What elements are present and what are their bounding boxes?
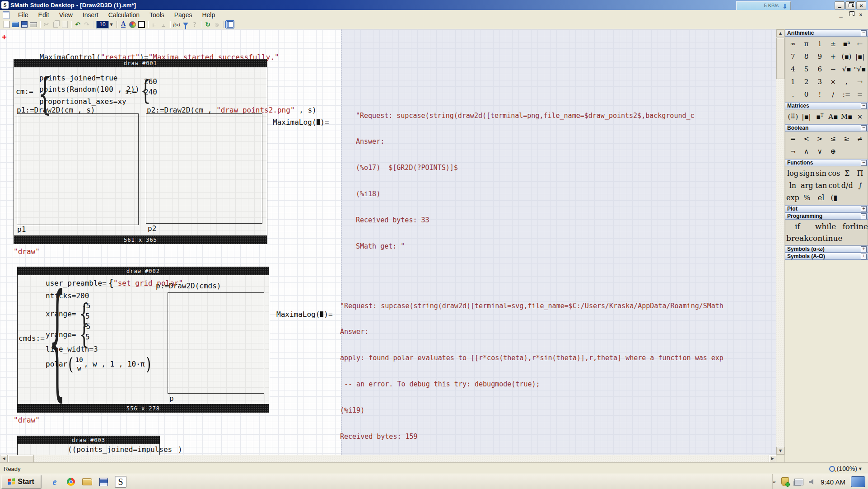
boolean-button[interactable]: ≤ [826,132,840,145]
menu-item[interactable]: File [13,10,33,20]
font-color-button[interactable]: A [119,20,128,28]
show-desktop-icon[interactable] [851,476,865,487]
arithmetic-button[interactable]: − [826,63,840,75]
boolean-button[interactable]: < [800,132,813,145]
matrices-button[interactable]: ⨯ [853,110,867,123]
start-button[interactable]: Start [1,475,42,489]
save-button[interactable] [20,20,29,28]
arithmetic-button[interactable]: = [853,88,867,101]
region-size-bar[interactable]: 561 x 365 [14,235,267,244]
print-button[interactable] [29,20,38,28]
filter-button[interactable] [181,20,190,28]
document-icon[interactable] [3,11,9,19]
matrices-button[interactable]: |▪| [800,110,813,123]
arithmetic-button[interactable]: ! [813,88,826,101]
zoom-control[interactable]: (100%) ▼ [829,463,862,474]
draw-region-001[interactable]: draw #001 cm:= { points_joined=true poin… [14,59,267,244]
arithmetic-button[interactable]: ▪ⁿ [840,38,854,50]
restore-button[interactable] [845,1,855,9]
functions-button[interactable]: sin [815,167,828,179]
menu-item[interactable]: Help [197,10,220,20]
align-vertical-button[interactable]: ⫠ [159,20,168,28]
programming-button[interactable]: continue [809,232,843,244]
chrome-icon[interactable] [66,477,76,487]
boolean-button[interactable]: ∨ [813,145,826,158]
arithmetic-button[interactable]: 7 [786,50,800,63]
boolean-button[interactable]: ¬ [786,145,800,158]
functions-button[interactable]: d/d [840,179,854,192]
arithmetic-button[interactable]: ∞ [786,38,800,50]
panel-header-functions[interactable]: Functions − [785,159,868,166]
menu-item[interactable]: Edit [33,10,54,20]
mdi-close-button[interactable]: × [857,11,864,18]
arithmetic-button[interactable]: 2 [800,75,813,88]
matrices-button[interactable]: (⠿) [786,110,800,123]
functions-button[interactable]: log [786,167,799,179]
menu-item[interactable]: Tools [145,10,169,20]
scroll-right-button[interactable]: ▶ [769,455,776,463]
plot-box-p[interactable] [168,292,264,394]
arithmetic-button[interactable]: π [800,38,813,50]
menu-item[interactable]: Pages [169,10,197,20]
boolean-button[interactable]: = [786,132,800,145]
functions-button[interactable]: Π [854,167,867,179]
paste-button[interactable] [60,20,69,28]
copy-button[interactable] [51,20,60,28]
maxima-log-1-label[interactable]: MaximaLog()= [273,118,329,127]
panel-header-plot[interactable]: Plot + [785,205,868,212]
panel-header-symbols-lower[interactable]: Symbols (α-ω) + [785,245,868,253]
expand-icon[interactable]: + [861,254,867,259]
expand-icon[interactable]: + [861,206,867,212]
region-title-bar[interactable]: draw #001 [14,59,267,67]
boolean-button[interactable]: ⊕ [826,145,840,158]
arithmetic-button[interactable]: ± [826,38,840,50]
programming-button[interactable]: break [786,232,809,244]
scroll-down-button[interactable]: ▼ [776,447,784,455]
boolean-button[interactable]: ≠ [853,132,867,145]
panel-header-boolean[interactable]: Boolean − [785,124,868,132]
undo-button[interactable]: ↶ [73,20,82,28]
font-size-value[interactable]: 10 [96,21,109,28]
maxima-log-2-label[interactable]: MaximaLog()= [276,310,333,319]
vertical-scrollbar[interactable]: ▲ ▼ [776,29,784,455]
functions-button[interactable]: sign [799,167,815,179]
programming-button[interactable]: if [786,221,809,232]
functions-button[interactable]: (▮ [828,192,841,204]
draw3-partial-expression[interactable]: ((points_joined=impulses [68,445,172,454]
functions-button[interactable]: tan [815,179,828,192]
help-reference-button[interactable]: ? [190,20,199,28]
function-button[interactable]: f(x) [172,20,181,28]
programming-button[interactable]: for [842,221,854,232]
side-panel-toggle-button[interactable] [225,20,234,28]
arithmetic-button[interactable]: 3 [813,75,826,88]
matrices-button[interactable]: ▪ᵀ [813,110,826,123]
font-size-control[interactable]: 10 ▼ [96,21,114,28]
p-expression[interactable]: p:=Draw2D(cmds) [156,282,221,290]
cut-button[interactable]: ✂ [42,20,51,28]
collapse-icon[interactable]: − [861,213,867,219]
scroll-up-button[interactable]: ▲ [776,29,784,37]
worksheet-canvas[interactable]: + MaximaControl("restart")="Maxima start… [0,29,776,455]
zoom-dropdown-icon[interactable]: ▼ [859,467,862,471]
plot-box-p2[interactable] [146,113,262,224]
arithmetic-button[interactable]: := [840,88,854,101]
panel-header-matrices[interactable]: Matrices − [785,102,868,109]
font-size-dropdown-icon[interactable]: ▼ [109,21,114,28]
draw-region-002[interactable]: draw #002 cmds:= { user_preamble= { "set… [17,267,269,413]
boolean-button[interactable]: > [813,132,826,145]
boolean-button[interactable]: ≥ [840,132,854,145]
tray-chevron-icon[interactable]: « [773,479,776,485]
arithmetic-button[interactable]: 4 [786,63,800,75]
menu-item[interactable]: Insert [78,10,103,20]
plot-box-p1[interactable] [17,113,139,225]
arithmetic-button[interactable]: |▪| [853,50,867,63]
horizontal-scroll-thumb[interactable] [8,455,34,463]
save-shortcut-icon[interactable] [98,477,108,487]
matrices-button[interactable]: A▪ [826,110,840,123]
open-button[interactable] [11,20,20,28]
arithmetic-button[interactable]: ⁿ√▪ [853,63,867,75]
functions-button[interactable]: exp [786,192,799,204]
internet-explorer-icon[interactable]: e [50,477,60,487]
arithmetic-button[interactable]: 1 [786,75,800,88]
scroll-left-button[interactable]: ◀ [0,455,8,463]
